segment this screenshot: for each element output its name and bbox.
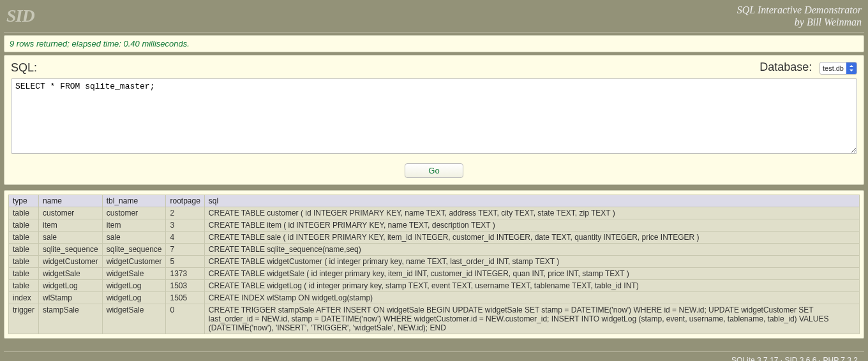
table-row: tablesqlite_sequencesqlite_sequence7CREA… bbox=[9, 244, 860, 256]
database-select-value[interactable]: test.db bbox=[820, 64, 846, 73]
database-select[interactable]: test.db bbox=[819, 62, 857, 75]
app-title: SQL Interactive Demonstrator bbox=[737, 4, 862, 16]
table-cell: 4 bbox=[166, 232, 204, 244]
table-cell: 1503 bbox=[166, 280, 204, 292]
header: SID SQL Interactive Demonstrator by Bill… bbox=[0, 0, 868, 32]
table-cell: index bbox=[9, 292, 39, 304]
table-cell: CREATE TABLE item ( id INTEGER PRIMARY K… bbox=[204, 219, 859, 232]
table-cell: stampSale bbox=[39, 304, 103, 334]
column-header: tbl_name bbox=[102, 195, 166, 207]
results-table: typenametbl_namerootpagesql tablecustome… bbox=[8, 195, 860, 334]
table-cell: sqlite_sequence bbox=[102, 244, 166, 256]
table-cell: item bbox=[102, 219, 166, 232]
logo: SID bbox=[6, 6, 34, 26]
table-cell: sale bbox=[102, 232, 166, 244]
sql-label: SQL: bbox=[11, 61, 37, 75]
table-cell: table bbox=[9, 244, 39, 256]
column-header: name bbox=[39, 195, 103, 207]
table-cell: item bbox=[39, 219, 103, 232]
table-cell: table bbox=[9, 256, 39, 268]
table-cell: CREATE TABLE widgetLog ( id integer prim… bbox=[204, 280, 859, 292]
table-cell: 3 bbox=[166, 219, 204, 232]
table-cell: CREATE TRIGGER stampSale AFTER INSERT ON… bbox=[204, 304, 859, 334]
divider bbox=[4, 32, 864, 33]
table-row: tablesalesale4CREATE TABLE sale ( id INT… bbox=[9, 232, 860, 244]
table-cell: CREATE TABLE widgetCustomer ( id integer… bbox=[204, 256, 859, 268]
table-cell: widgetSale bbox=[102, 268, 166, 280]
table-cell: widgetSale bbox=[102, 304, 166, 334]
status-bar: 9 rows returned; elapsed time: 0.40 mill… bbox=[4, 35, 864, 52]
column-header: rootpage bbox=[166, 195, 204, 207]
table-cell: 0 bbox=[166, 304, 204, 334]
table-cell: CREATE TABLE widgetSale ( id integer pri… bbox=[204, 268, 859, 280]
table-cell: widgetSale bbox=[39, 268, 103, 280]
table-cell: sqlite_sequence bbox=[39, 244, 103, 256]
footer: SQLite 3.7.17 · SID 3.6.6 · PHP 7.3.2 Co… bbox=[4, 351, 864, 361]
table-cell: widgetLog bbox=[102, 280, 166, 292]
chevron-updown-icon[interactable] bbox=[846, 62, 857, 75]
sql-input[interactable] bbox=[11, 78, 857, 154]
header-right: SQL Interactive Demonstrator by Bill Wei… bbox=[737, 4, 862, 28]
table-cell: CREATE TABLE sale ( id INTEGER PRIMARY K… bbox=[204, 232, 859, 244]
table-cell: 2 bbox=[166, 207, 204, 219]
table-cell: table bbox=[9, 268, 39, 280]
table-row: tablewidgetLogwidgetLog1503CREATE TABLE … bbox=[9, 280, 860, 292]
table-row: tablewidgetSalewidgetSale1373CREATE TABL… bbox=[9, 268, 860, 280]
table-cell: wlStamp bbox=[39, 292, 103, 304]
table-cell: customer bbox=[39, 207, 103, 219]
results-panel: typenametbl_namerootpagesql tablecustome… bbox=[4, 190, 864, 339]
table-cell: CREATE TABLE sqlite_sequence(name,seq) bbox=[204, 244, 859, 256]
table-cell: table bbox=[9, 232, 39, 244]
table-cell: table bbox=[9, 219, 39, 232]
table-row: triggerstampSalewidgetSale0CREATE TRIGGE… bbox=[9, 304, 860, 334]
table-cell: table bbox=[9, 280, 39, 292]
table-row: tablewidgetCustomerwidgetCustomer5CREATE… bbox=[9, 256, 860, 268]
table-cell: 5 bbox=[166, 256, 204, 268]
database-chooser: Database: test.db bbox=[760, 61, 857, 75]
table-row: tablecustomercustomer2CREATE TABLE custo… bbox=[9, 207, 860, 219]
table-cell: widgetLog bbox=[102, 292, 166, 304]
table-cell: widgetCustomer bbox=[102, 256, 166, 268]
table-cell: table bbox=[9, 207, 39, 219]
table-cell: 1505 bbox=[166, 292, 204, 304]
table-cell: CREATE TABLE customer ( id INTEGER PRIMA… bbox=[204, 207, 859, 219]
table-cell: 1373 bbox=[166, 268, 204, 280]
table-cell: sale bbox=[39, 232, 103, 244]
go-button[interactable]: Go bbox=[405, 163, 463, 178]
table-row: tableitemitem3CREATE TABLE item ( id INT… bbox=[9, 219, 860, 232]
app-byline: by Bill Weinman bbox=[737, 16, 862, 28]
table-cell: widgetCustomer bbox=[39, 256, 103, 268]
footer-versions: SQLite 3.7.17 · SID 3.6.6 · PHP 7.3.2 bbox=[10, 356, 858, 361]
column-header: sql bbox=[204, 195, 859, 207]
table-cell: 7 bbox=[166, 244, 204, 256]
column-header: type bbox=[9, 195, 39, 207]
table-cell: customer bbox=[102, 207, 166, 219]
table-cell: widgetLog bbox=[39, 280, 103, 292]
table-cell: CREATE INDEX wlStamp ON widgetLog(stamp) bbox=[204, 292, 859, 304]
table-row: indexwlStampwidgetLog1505CREATE INDEX wl… bbox=[9, 292, 860, 304]
database-label: Database: bbox=[760, 61, 812, 73]
table-cell: trigger bbox=[9, 304, 39, 334]
sql-panel: SQL: Database: test.db Go bbox=[4, 55, 864, 185]
